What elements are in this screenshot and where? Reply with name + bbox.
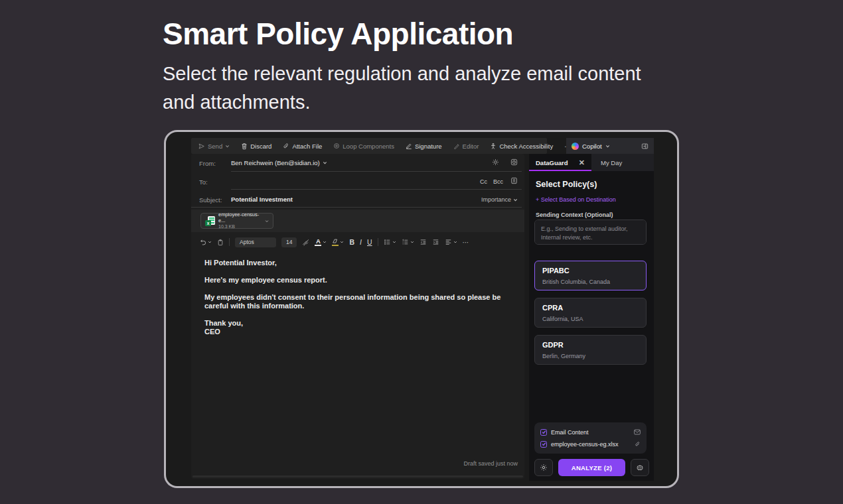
bot-chat-button[interactable] bbox=[631, 459, 649, 476]
tab-my-day[interactable]: My Day bbox=[591, 154, 654, 171]
highlight-button[interactable] bbox=[332, 239, 344, 246]
copilot-icon bbox=[572, 143, 579, 150]
sending-context-input[interactable] bbox=[534, 220, 647, 245]
body-paragraph: Here's my employee census report. bbox=[204, 276, 506, 284]
attach-file-button[interactable]: Attach File bbox=[283, 143, 322, 150]
horizontal-scrollbar[interactable] bbox=[192, 475, 523, 477]
font-size-select[interactable]: 14 bbox=[281, 237, 297, 247]
attachment-size: 10.3 KB bbox=[218, 224, 260, 229]
panel-heading: Select Policy(s) bbox=[536, 180, 597, 189]
sending-context-label: Sending Context (Optional) bbox=[536, 212, 613, 218]
close-icon[interactable]: ✕ bbox=[579, 159, 585, 166]
chevron-down-icon bbox=[208, 240, 212, 244]
format-more-button[interactable]: ⋯ bbox=[463, 239, 469, 246]
excel-file-icon: x bbox=[205, 216, 215, 226]
open-pane-icon[interactable] bbox=[641, 143, 649, 150]
highlighter-icon bbox=[332, 239, 339, 244]
subject-input[interactable]: Potential Investment bbox=[231, 196, 293, 203]
body-paragraph: Hi Potential Investor, bbox=[204, 259, 506, 267]
chevron-down-icon bbox=[410, 240, 414, 244]
to-label: To: bbox=[199, 178, 208, 186]
chevron-down-icon bbox=[453, 240, 457, 244]
paperclip-icon bbox=[283, 143, 289, 150]
subject-underline bbox=[191, 207, 522, 208]
accessibility-person-icon bbox=[490, 143, 497, 150]
analyze-button[interactable]: ANALYZE (2) bbox=[558, 459, 625, 476]
clipboard-icon[interactable] bbox=[217, 239, 224, 246]
email-body[interactable]: Hi Potential Investor, Here's my employe… bbox=[191, 249, 519, 336]
to-underline bbox=[231, 189, 522, 190]
body-paragraph: My employees didn't consent to their per… bbox=[204, 293, 506, 310]
chevron-down-icon[interactable] bbox=[225, 144, 230, 149]
indent-icon[interactable] bbox=[432, 239, 439, 245]
editor-button[interactable]: Editor bbox=[453, 143, 479, 150]
divider bbox=[378, 238, 378, 246]
select-by-destination-link[interactable]: + Select Based on Destination bbox=[536, 196, 616, 203]
policy-card-cpra[interactable]: CPRA California, USA bbox=[534, 298, 647, 328]
content-item-email[interactable]: Email Content bbox=[540, 427, 641, 437]
font-color-button[interactable]: A bbox=[315, 238, 327, 247]
attachment-name: employee-census-e... bbox=[218, 212, 260, 223]
chevron-down-icon bbox=[513, 198, 518, 202]
analyze-content-box: Email Content employee-census-eg.xlsx bbox=[534, 422, 647, 454]
chevron-down-icon bbox=[323, 240, 327, 244]
subject-label: Subject: bbox=[199, 196, 222, 204]
contacts-icon[interactable] bbox=[510, 177, 518, 184]
trash-icon bbox=[241, 143, 248, 150]
envelope-icon bbox=[634, 429, 641, 435]
chevron-down-icon bbox=[340, 240, 344, 244]
schedule-icon[interactable] bbox=[510, 158, 518, 166]
chevron-down-icon bbox=[392, 240, 396, 244]
paperclip-icon bbox=[635, 441, 641, 448]
dictate-pen-icon[interactable] bbox=[302, 239, 309, 246]
draft-status: Draft saved just now bbox=[463, 460, 518, 467]
email-app-window: Send Discard Attach File Loop Components… bbox=[164, 130, 679, 488]
undo-button[interactable] bbox=[199, 239, 212, 246]
send-button[interactable]: Send bbox=[198, 143, 230, 150]
from-label: From: bbox=[199, 160, 216, 167]
bold-button[interactable]: B bbox=[349, 238, 354, 246]
checkbox-checked[interactable] bbox=[540, 429, 547, 436]
chevron-down-icon[interactable] bbox=[605, 144, 610, 149]
signature-button[interactable]: Signature bbox=[406, 143, 442, 150]
subject-row: Subject: Potential Investment Importance bbox=[191, 190, 524, 208]
bullet-list-button[interactable] bbox=[384, 239, 396, 245]
bullet-list-icon bbox=[384, 239, 391, 245]
numbered-list-icon bbox=[402, 239, 409, 245]
copilot-bar: Copilot bbox=[566, 138, 654, 154]
policy-card-pipabc[interactable]: PIPABC British Columbia, Canada bbox=[534, 261, 647, 290]
checkbox-checked[interactable] bbox=[540, 441, 547, 448]
sidebar-tab-row: DataGuard ✕ My Day bbox=[529, 154, 654, 171]
gear-icon bbox=[540, 464, 548, 472]
chevron-down-icon[interactable] bbox=[265, 219, 269, 223]
attachment-area: x employee-census-e... 10.3 KB bbox=[191, 210, 524, 232]
sun-icon[interactable] bbox=[492, 158, 499, 166]
settings-button[interactable] bbox=[534, 459, 553, 476]
copilot-label[interactable]: Copilot bbox=[582, 143, 602, 150]
content-item-attachment[interactable]: employee-census-eg.xlsx bbox=[540, 439, 641, 449]
attachment-chip[interactable]: x employee-census-e... 10.3 KB bbox=[200, 213, 273, 229]
sidebar-actions: ANALYZE (2) bbox=[534, 459, 649, 476]
from-underline bbox=[231, 171, 522, 172]
numbered-list-button[interactable] bbox=[402, 239, 414, 245]
compose-panel: From: Ben Reichwein (Ben@sidian.io) To: … bbox=[191, 154, 524, 479]
page-subtitle: Select the relevant regulation and analy… bbox=[163, 60, 667, 117]
discard-button[interactable]: Discard bbox=[241, 143, 271, 150]
outdent-icon[interactable] bbox=[420, 239, 427, 245]
undo-icon bbox=[199, 239, 206, 246]
align-button[interactable] bbox=[445, 239, 457, 245]
loop-components-button[interactable]: Loop Components bbox=[333, 143, 394, 150]
page-title: Smart Policy Application bbox=[163, 16, 513, 52]
check-accessibility-button[interactable]: Check Accessibility bbox=[490, 143, 553, 150]
body-paragraph: CEO bbox=[204, 328, 506, 336]
italic-button[interactable]: I bbox=[360, 238, 362, 246]
cc-button[interactable]: Cc bbox=[480, 178, 487, 185]
bcc-button[interactable]: Bcc bbox=[493, 178, 503, 185]
font-name-select[interactable]: Aptos bbox=[235, 237, 276, 247]
policy-card-gdpr[interactable]: GDPR Berlin, Germany bbox=[534, 335, 647, 365]
mail-toolbar: Send Discard Attach File Loop Components… bbox=[191, 138, 547, 154]
from-value[interactable]: Ben Reichwein (Ben@sidian.io) bbox=[231, 159, 327, 166]
tab-dataguard[interactable]: DataGuard ✕ bbox=[529, 154, 591, 171]
underline-button[interactable]: U bbox=[367, 238, 372, 246]
importance-dropdown[interactable]: Importance bbox=[481, 196, 518, 203]
